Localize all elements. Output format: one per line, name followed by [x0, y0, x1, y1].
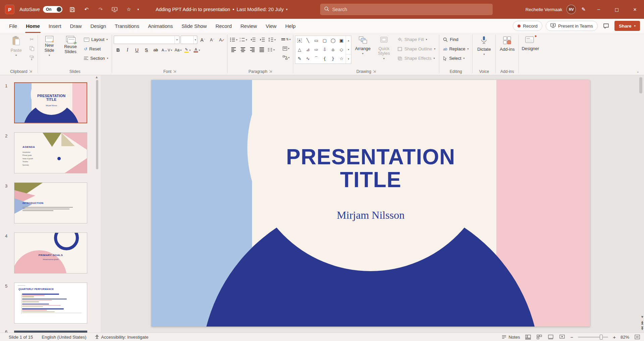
- columns-button[interactable]: ▾: [267, 46, 275, 54]
- present-from-beginning-icon[interactable]: [111, 5, 119, 13]
- comments-icon[interactable]: [601, 21, 611, 31]
- reset-button[interactable]: ↺ Reset: [82, 45, 110, 53]
- font-name-combobox[interactable]: ▾: [114, 36, 180, 44]
- designer-button[interactable]: ✦ Designer: [521, 34, 540, 66]
- clipboard-dialog-launcher[interactable]: ⇲: [29, 69, 32, 74]
- zoom-slider[interactable]: [578, 337, 608, 338]
- shape-textbox-icon[interactable]: A: [295, 36, 304, 45]
- quick-styles-button[interactable]: Quick Styles ▾: [374, 34, 394, 66]
- shapes-scroll-down-button[interactable]: ▾: [346, 45, 351, 54]
- font-name-chevron-icon[interactable]: ▾: [175, 36, 180, 44]
- underline-button[interactable]: U: [133, 46, 141, 54]
- slide-thumbnail-4[interactable]: PRIMARY GOALS Annual revenue growth: [14, 232, 87, 273]
- character-spacing-button[interactable]: A↔V▾: [161, 46, 173, 54]
- shape-scribble-icon[interactable]: ✎: [295, 54, 304, 63]
- italic-button[interactable]: I: [123, 46, 132, 54]
- clear-formatting-button[interactable]: A: [217, 36, 226, 44]
- search-box[interactable]: [320, 4, 493, 15]
- align-left-button[interactable]: [229, 46, 238, 54]
- slide-canvas[interactable]: PRESENTATION TITLE Mirjam Nilsson: [151, 80, 590, 327]
- copy-button[interactable]: [28, 44, 36, 52]
- pen-mode-icon[interactable]: ✎: [581, 6, 586, 12]
- document-title-group[interactable]: Adding PPT Add-in to presentation • Last…: [156, 7, 288, 12]
- tab-file[interactable]: File: [5, 19, 21, 33]
- scroll-down-icon[interactable]: ▼: [641, 315, 643, 318]
- align-center-button[interactable]: [239, 46, 247, 54]
- font-size-chevron-icon[interactable]: ▾: [193, 36, 197, 44]
- font-color-button[interactable]: A ▾: [193, 46, 201, 54]
- tab-review[interactable]: Review: [236, 19, 261, 33]
- strikethrough-button[interactable]: ab: [151, 46, 160, 54]
- minimize-button[interactable]: ─: [590, 0, 608, 19]
- select-button[interactable]: Select ▾: [441, 54, 470, 62]
- quick-access-chevron-icon[interactable]: ▾: [134, 5, 142, 13]
- decrease-font-size-button[interactable]: Aˇ: [208, 36, 216, 44]
- reuse-slides-button[interactable]: ⟳ Reuse Slides: [61, 34, 80, 66]
- save-icon[interactable]: [68, 5, 77, 13]
- text-direction-button[interactable]: ⇅ ▾: [281, 35, 291, 43]
- bold-button[interactable]: B: [114, 46, 122, 54]
- slide-title-text[interactable]: PRESENTATION TITLE: [267, 146, 475, 191]
- shape-star-icon[interactable]: ☆: [337, 54, 346, 63]
- tab-transitions[interactable]: Transitions: [110, 19, 144, 33]
- numbering-button[interactable]: 12 ▾: [239, 36, 248, 44]
- next-slide-button[interactable]: ▼▼: [641, 327, 643, 330]
- slideshow-view-button[interactable]: [559, 334, 565, 340]
- zoom-percentage[interactable]: 82%: [621, 335, 629, 340]
- shape-left-brace-icon[interactable]: {: [320, 54, 329, 63]
- shape-diamond-icon[interactable]: ◇: [337, 45, 346, 54]
- shape-fill-button[interactable]: Shape Fill ▾: [395, 35, 437, 44]
- shape-effects-button[interactable]: Shape Effects ▾: [395, 54, 437, 62]
- maximize-button[interactable]: □: [608, 0, 626, 19]
- fit-slide-to-window-button[interactable]: [634, 334, 641, 340]
- favorite-star-icon[interactable]: ☆: [125, 5, 133, 13]
- slide-thumbnail-3[interactable]: INTRODUCTION: [14, 182, 87, 223]
- font-dialog-launcher[interactable]: ⇲: [173, 69, 176, 74]
- replace-button[interactable]: ab Replace ▾: [441, 45, 470, 53]
- format-painter-button[interactable]: [28, 53, 36, 61]
- shapes-more-button[interactable]: ▾: [346, 54, 351, 63]
- layout-button[interactable]: Layout ▾: [82, 35, 110, 44]
- reading-view-button[interactable]: [547, 334, 554, 340]
- panel-scroll-up-icon[interactable]: ▲: [96, 76, 98, 79]
- zoom-out-button[interactable]: −: [570, 334, 573, 340]
- collapse-ribbon-chevron-icon[interactable]: ⌄: [637, 70, 639, 73]
- share-button[interactable]: Share ▾: [614, 21, 640, 31]
- shape-right-triangle-icon[interactable]: ⊿: [304, 45, 312, 54]
- normal-view-button[interactable]: [525, 334, 531, 340]
- shape-curve-icon[interactable]: ∿: [304, 54, 312, 63]
- slide-sorter-view-button[interactable]: [536, 334, 543, 340]
- undo-icon[interactable]: ↶: [83, 5, 91, 13]
- record-button[interactable]: Record: [513, 21, 542, 31]
- increase-indent-button[interactable]: [258, 36, 266, 44]
- tab-slide-show[interactable]: Slide Show: [177, 19, 211, 33]
- shape-outline-button[interactable]: Shape Outline ▾: [395, 45, 437, 53]
- tab-view[interactable]: View: [261, 19, 281, 33]
- paragraph-dialog-launcher[interactable]: ⇲: [269, 69, 272, 74]
- shape-pentagon-icon[interactable]: ⌂: [329, 45, 337, 54]
- slide-thumbnail-1[interactable]: PRESENTATION TITLE Mirjam Nilsson: [14, 82, 87, 123]
- search-input[interactable]: [332, 7, 489, 12]
- increase-font-size-button[interactable]: Aˆ: [198, 36, 207, 44]
- paste-button[interactable]: Paste ▾: [6, 34, 26, 66]
- text-highlight-button[interactable]: ✎ ▾: [183, 46, 192, 54]
- tab-insert[interactable]: Insert: [44, 19, 66, 33]
- avatar[interactable]: RV: [566, 5, 576, 14]
- shape-line-icon[interactable]: ╲: [304, 36, 312, 45]
- previous-slide-button[interactable]: ▲▲: [641, 321, 643, 324]
- justify-button[interactable]: [257, 46, 266, 54]
- shape-arc-icon[interactable]: ⌒: [312, 54, 320, 63]
- find-button[interactable]: Find: [441, 35, 470, 44]
- canvas-scrollbar-thumb[interactable]: [639, 77, 642, 93]
- powerpoint-logo-icon[interactable]: P: [5, 5, 14, 14]
- notes-button[interactable]: Notes: [502, 335, 520, 340]
- slide-subtitle-text[interactable]: Mirjam Nilsson: [151, 209, 590, 221]
- tab-draw[interactable]: Draw: [65, 19, 86, 33]
- slide-thumbnail-5[interactable]: QUARTERLY PERFORMANCE: [14, 283, 87, 324]
- drawing-dialog-launcher[interactable]: ⇲: [373, 69, 376, 74]
- section-button[interactable]: Section ▾: [82, 54, 110, 62]
- line-spacing-button[interactable]: ▾: [267, 36, 276, 44]
- tab-design[interactable]: Design: [86, 19, 110, 33]
- shape-rounded-rectangle-icon[interactable]: ▢: [320, 36, 329, 45]
- slide-thumbnail-2[interactable]: AGENDA Introduction Primary goals Areas …: [14, 132, 87, 173]
